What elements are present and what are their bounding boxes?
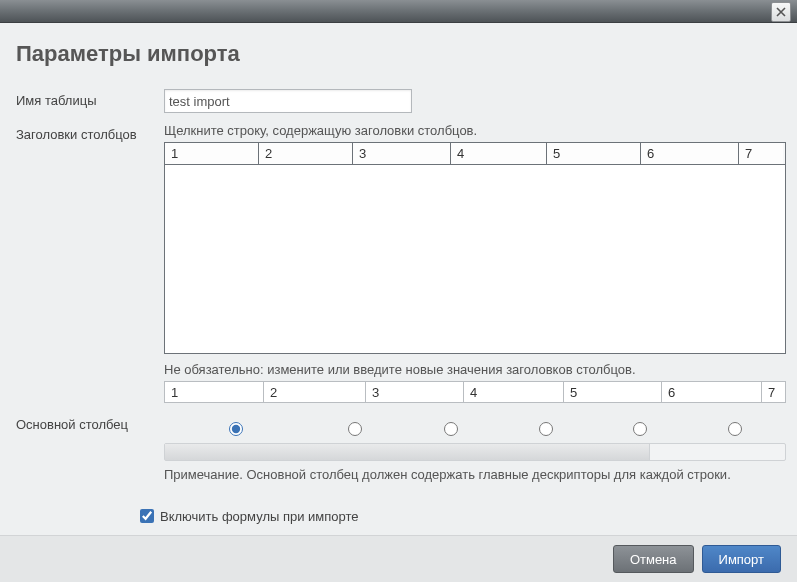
close-button[interactable]: [771, 2, 791, 22]
close-icon: [776, 7, 786, 17]
dialog-footer: Отмена Импорт: [0, 535, 797, 582]
header-cell[interactable]: 7: [739, 143, 783, 164]
primary-column-radio[interactable]: [728, 422, 742, 436]
include-formulas-checkbox[interactable]: [140, 509, 154, 523]
header-preview-table[interactable]: 1234567: [164, 142, 786, 354]
headers-hint-top: Щелкните строку, содержащую заголовки ст…: [164, 123, 786, 138]
header-cell[interactable]: 4: [451, 143, 547, 164]
header-cell[interactable]: 1: [165, 143, 259, 164]
header-cell[interactable]: 6: [641, 143, 739, 164]
scrollbar-thumb[interactable]: [165, 444, 650, 460]
primary-column-radio[interactable]: [539, 422, 553, 436]
header-edit-input[interactable]: [366, 381, 464, 403]
headers-hint-bottom: Не обязательно: измените или введите нов…: [164, 362, 786, 377]
header-cell[interactable]: 2: [259, 143, 353, 164]
import-button[interactable]: Импорт: [702, 545, 781, 573]
primary-column-radio[interactable]: [444, 422, 458, 436]
column-headers-label: Заголовки столбцов: [16, 123, 164, 142]
table-name-input[interactable]: [164, 89, 412, 113]
header-edit-input[interactable]: [564, 381, 662, 403]
primary-column-note: Примечание. Основной столбец должен соде…: [164, 467, 786, 482]
header-edit-input[interactable]: [164, 381, 264, 403]
table-name-label: Имя таблицы: [16, 89, 164, 108]
horizontal-scrollbar[interactable]: [164, 443, 786, 461]
include-formulas-label: Включить формулы при импорте: [160, 509, 359, 524]
primary-column-radio[interactable]: [229, 422, 243, 436]
header-cell[interactable]: 3: [353, 143, 451, 164]
cancel-button[interactable]: Отмена: [613, 545, 694, 573]
header-edit-input[interactable]: [264, 381, 366, 403]
header-edit-input[interactable]: [464, 381, 564, 403]
header-cell[interactable]: 5: [547, 143, 641, 164]
header-edit-input[interactable]: [762, 381, 786, 403]
primary-column-radio[interactable]: [633, 422, 647, 436]
header-edit-input[interactable]: [662, 381, 762, 403]
primary-column-label: Основной столбец: [16, 413, 164, 432]
primary-column-radio[interactable]: [348, 422, 362, 436]
titlebar: [0, 0, 797, 23]
dialog-title: Параметры импорта: [16, 41, 781, 67]
